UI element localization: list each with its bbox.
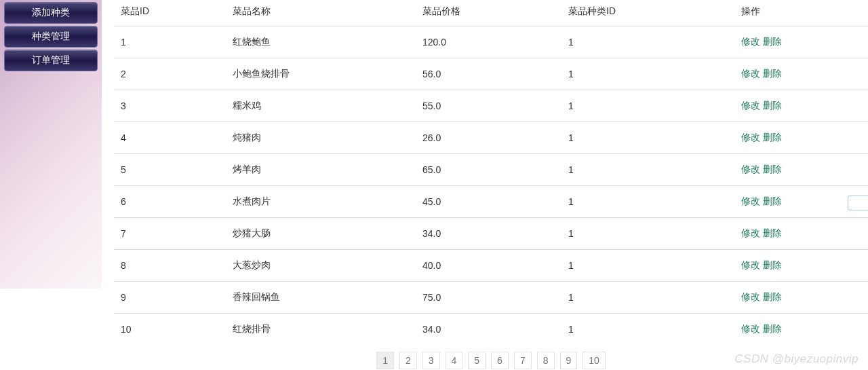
page-button[interactable]: 3 bbox=[422, 352, 440, 369]
dish-table: 菜品ID 菜品名称 菜品价格 菜品种类ID 操作 1红烧鲍鱼120.01修改删除… bbox=[114, 0, 868, 345]
cell-op: 修改删除 bbox=[734, 26, 868, 58]
sidebar-item-order-manage[interactable]: 订单管理 bbox=[4, 50, 98, 71]
page-button[interactable]: 2 bbox=[399, 352, 417, 369]
edit-link[interactable]: 修改 bbox=[741, 323, 760, 334]
sidebar-item-add-category[interactable]: 添加种类 bbox=[4, 2, 98, 24]
edit-link[interactable]: 修改 bbox=[741, 291, 760, 302]
table-row: 3糯米鸡55.01修改删除 bbox=[114, 90, 868, 122]
pagination: 12345678910 bbox=[114, 352, 868, 369]
cell-id: 9 bbox=[114, 282, 226, 314]
edit-link[interactable]: 修改 bbox=[741, 100, 760, 111]
header-op: 操作 bbox=[734, 0, 868, 26]
cell-name: 糯米鸡 bbox=[226, 90, 416, 122]
delete-link[interactable]: 删除 bbox=[763, 323, 782, 334]
sidebar: 添加种类 种类管理 订单管理 bbox=[0, 0, 102, 289]
page-button[interactable]: 9 bbox=[560, 352, 578, 369]
delete-link[interactable]: 删除 bbox=[763, 36, 782, 47]
cell-category: 1 bbox=[561, 154, 734, 186]
table-header-row: 菜品ID 菜品名称 菜品价格 菜品种类ID 操作 bbox=[114, 0, 868, 26]
cell-price: 65.0 bbox=[416, 154, 561, 186]
cell-id: 6 bbox=[114, 186, 226, 218]
edit-link[interactable]: 修改 bbox=[741, 68, 760, 79]
table-row: 5烤羊肉65.01修改删除 bbox=[114, 154, 868, 186]
page-button[interactable]: 5 bbox=[468, 352, 486, 369]
cell-id: 10 bbox=[114, 314, 226, 346]
page-button[interactable]: 10 bbox=[583, 352, 606, 369]
cell-id: 7 bbox=[114, 218, 226, 250]
delete-link[interactable]: 删除 bbox=[763, 100, 782, 111]
table-row: 10红烧排骨34.01修改删除 bbox=[114, 314, 868, 346]
cell-op: 修改删除 bbox=[734, 218, 868, 250]
page-button[interactable]: 1 bbox=[376, 352, 394, 369]
cell-category: 1 bbox=[561, 250, 734, 282]
delete-link[interactable]: 删除 bbox=[763, 164, 782, 174]
cell-price: 45.0 bbox=[416, 186, 561, 218]
table-row: 7炒猪大肠34.01修改删除 bbox=[114, 218, 868, 250]
table-row: 6水煮肉片45.01修改删除 bbox=[114, 186, 868, 218]
cell-price: 40.0 bbox=[416, 250, 561, 282]
cell-name: 红烧排骨 bbox=[226, 314, 416, 346]
sidebar-item-label: 种类管理 bbox=[32, 31, 70, 41]
edit-link[interactable]: 修改 bbox=[741, 36, 760, 47]
page-button[interactable]: 7 bbox=[514, 352, 532, 369]
delete-link[interactable]: 删除 bbox=[763, 291, 782, 302]
cell-name: 炒猪大肠 bbox=[226, 218, 416, 250]
edit-link[interactable]: 修改 bbox=[741, 164, 760, 174]
cell-category: 1 bbox=[561, 314, 734, 346]
cell-op: 修改删除 bbox=[734, 122, 868, 154]
page-button[interactable]: 6 bbox=[491, 352, 509, 369]
cell-category: 1 bbox=[561, 90, 734, 122]
header-category: 菜品种类ID bbox=[561, 0, 734, 26]
side-widget[interactable] bbox=[848, 196, 868, 210]
cell-name: 红烧鲍鱼 bbox=[226, 26, 416, 58]
header-price: 菜品价格 bbox=[416, 0, 561, 26]
delete-link[interactable]: 删除 bbox=[763, 196, 782, 206]
delete-link[interactable]: 删除 bbox=[763, 68, 782, 79]
sidebar-item-category-manage[interactable]: 种类管理 bbox=[4, 26, 98, 48]
cell-id: 4 bbox=[114, 122, 226, 154]
cell-price: 26.0 bbox=[416, 122, 561, 154]
cell-price: 55.0 bbox=[416, 90, 561, 122]
cell-name: 小鲍鱼烧排骨 bbox=[226, 58, 416, 90]
cell-category: 1 bbox=[561, 58, 734, 90]
sidebar-item-label: 添加种类 bbox=[32, 7, 70, 18]
cell-price: 120.0 bbox=[416, 26, 561, 58]
sidebar-item-label: 订单管理 bbox=[32, 54, 70, 65]
cell-op: 修改删除 bbox=[734, 250, 868, 282]
page-button[interactable]: 8 bbox=[537, 352, 555, 369]
edit-link[interactable]: 修改 bbox=[741, 259, 760, 270]
cell-op: 修改删除 bbox=[734, 90, 868, 122]
cell-id: 3 bbox=[114, 90, 226, 122]
cell-id: 2 bbox=[114, 58, 226, 90]
table-row: 2小鲍鱼烧排骨56.01修改删除 bbox=[114, 58, 868, 90]
cell-name: 水煮肉片 bbox=[226, 186, 416, 218]
cell-category: 1 bbox=[561, 282, 734, 314]
main-content: 菜品ID 菜品名称 菜品价格 菜品种类ID 操作 1红烧鲍鱼120.01修改删除… bbox=[114, 0, 868, 345]
delete-link[interactable]: 删除 bbox=[763, 227, 782, 238]
page-button[interactable]: 4 bbox=[446, 352, 463, 369]
edit-link[interactable]: 修改 bbox=[741, 132, 760, 143]
cell-id: 8 bbox=[114, 250, 226, 282]
cell-category: 1 bbox=[561, 122, 734, 154]
table-row: 9香辣回锅鱼75.01修改删除 bbox=[114, 282, 868, 314]
table-row: 4炖猪肉26.01修改删除 bbox=[114, 122, 868, 154]
cell-name: 大葱炒肉 bbox=[226, 250, 416, 282]
cell-id: 1 bbox=[114, 26, 226, 58]
edit-link[interactable]: 修改 bbox=[741, 227, 760, 238]
cell-name: 烤羊肉 bbox=[226, 154, 416, 186]
cell-name: 香辣回锅鱼 bbox=[226, 282, 416, 314]
cell-price: 34.0 bbox=[416, 314, 561, 346]
header-name: 菜品名称 bbox=[226, 0, 416, 26]
delete-link[interactable]: 删除 bbox=[763, 259, 782, 270]
cell-category: 1 bbox=[561, 218, 734, 250]
cell-op: 修改删除 bbox=[734, 282, 868, 314]
cell-op: 修改删除 bbox=[734, 58, 868, 90]
edit-link[interactable]: 修改 bbox=[741, 196, 760, 206]
delete-link[interactable]: 删除 bbox=[763, 132, 782, 143]
cell-price: 75.0 bbox=[416, 282, 561, 314]
cell-price: 34.0 bbox=[416, 218, 561, 250]
cell-price: 56.0 bbox=[416, 58, 561, 90]
cell-op: 修改删除 bbox=[734, 154, 868, 186]
table-row: 1红烧鲍鱼120.01修改删除 bbox=[114, 26, 868, 58]
cell-name: 炖猪肉 bbox=[226, 122, 416, 154]
